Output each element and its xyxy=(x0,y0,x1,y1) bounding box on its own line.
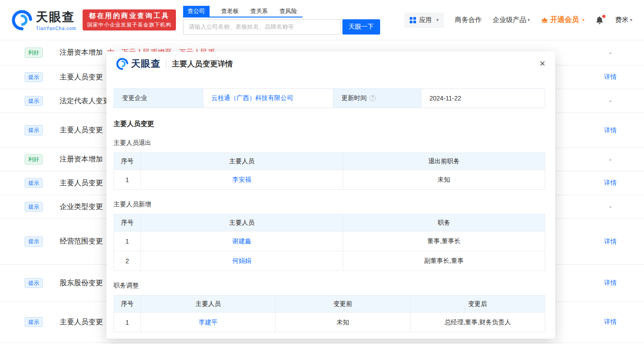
notification-bell-icon[interactable] xyxy=(595,16,604,25)
table-cell: 2 xyxy=(114,251,141,271)
chevron-down-icon: ▾ xyxy=(630,17,632,23)
modal-title: 主要人员变更详情 xyxy=(172,59,233,69)
row-tag: 提示 xyxy=(25,96,43,106)
row-tag: 提示 xyxy=(25,202,43,212)
search-tabs: 查公司查老板查关系查风险 xyxy=(183,6,302,17)
chevron-down-icon: ▾ xyxy=(527,17,530,23)
row-title: 主要人员变更 xyxy=(60,126,103,135)
row-detail-link[interactable]: 详情 xyxy=(577,126,644,135)
column-header: 序号 xyxy=(114,214,141,231)
column-header: 主要人员 xyxy=(141,214,343,231)
nav-open-vip[interactable]: 开通会员 ▾ xyxy=(541,15,585,25)
row-detail-link[interactable]: 详情 xyxy=(577,318,644,326)
search-box: 天眼一下 xyxy=(183,19,380,35)
logo-text: 天眼查 TianYanCha.com xyxy=(36,9,76,31)
site-logo[interactable]: 天眼查 TianYanCha.com xyxy=(12,9,76,31)
search-tab-3[interactable]: 查关系 xyxy=(250,6,268,17)
row-tag: 提示 xyxy=(25,317,43,327)
row-detail-link[interactable]: 详情 xyxy=(577,279,644,287)
column-header: 主要人员 xyxy=(141,153,343,170)
slogan-line-1: 都在用的商业查询工具 xyxy=(87,12,171,20)
table-cell: 副董事长,董事 xyxy=(343,251,545,271)
search-area: 查公司查老板查关系查风险 天眼一下 xyxy=(183,6,380,35)
row-title: 主要人员变更 xyxy=(60,318,103,327)
header-right-nav: 应用 ▾ 商务合作 企业级产品 ▾ 开通会员 ▾ 费米 ▾ xyxy=(404,13,632,28)
row-title: 主要人员变更 xyxy=(60,179,103,188)
tianyancha-logo-icon xyxy=(116,58,128,70)
row-tag: 提示 xyxy=(25,72,43,82)
change-table: 序号主要人员职务1谢建鑫董事,董事长2何娟娟副董事长,董事 xyxy=(114,214,545,271)
search-tab-2[interactable]: 查老板 xyxy=(221,6,239,17)
column-header: 序号 xyxy=(114,296,141,313)
row-action-empty: - xyxy=(577,97,644,105)
user-menu[interactable]: 费米 ▾ xyxy=(615,16,632,24)
personnel-change-modal: 天眼查 主要人员变更详情 × 变更企业 云桂通（广西）科技有限公司 更新时间 ?… xyxy=(106,52,555,339)
row-title: 注册资本增加 xyxy=(60,155,103,164)
person-link[interactable]: 李安福 xyxy=(232,176,251,183)
row-title: 主要人员变更 xyxy=(60,73,103,82)
nav-business-cooperation[interactable]: 商务合作 xyxy=(455,16,482,24)
table-cell: 谢建鑫 xyxy=(141,231,343,251)
subsection-caption: 职务调整 xyxy=(114,282,545,290)
modal-logo: 天眼查 xyxy=(116,57,161,70)
search-input[interactable] xyxy=(183,19,341,35)
person-link[interactable]: 何娟娟 xyxy=(232,257,251,264)
notification-dot xyxy=(602,15,605,18)
logo-name-cn: 天眼查 xyxy=(36,9,76,25)
table-cell: 未知 xyxy=(276,313,410,332)
change-info-grid: 变更企业 云桂通（广西）科技有限公司 更新时间 ? 2024-11-22 xyxy=(114,88,545,108)
modal-body: 变更企业 云桂通（广西）科技有限公司 更新时间 ? 2024-11-22 主要人… xyxy=(106,88,555,332)
table-cell: 李建平 xyxy=(141,313,276,332)
table-cell: 1 xyxy=(114,313,141,332)
row-title: 法定代表人变更 xyxy=(60,96,110,106)
subsection-caption: 主要人员退出 xyxy=(114,139,545,147)
column-header: 职务 xyxy=(343,214,545,231)
row-detail-link[interactable]: 详情 xyxy=(577,179,644,187)
crown-icon xyxy=(541,16,548,24)
search-tab-4[interactable]: 查风险 xyxy=(280,6,297,17)
company-cell: 云桂通（广西）科技有限公司 xyxy=(203,89,333,108)
column-header: 变更后 xyxy=(410,296,545,313)
company-link[interactable]: 云桂通（广西）科技有限公司 xyxy=(211,94,293,102)
row-tag: 提示 xyxy=(25,178,43,188)
table-cell: 未知 xyxy=(343,170,545,190)
chevron-down-icon: ▾ xyxy=(582,17,585,23)
apps-menu-button[interactable]: 应用 ▾ xyxy=(404,13,444,28)
row-tag: 提示 xyxy=(25,125,43,135)
username: 费米 xyxy=(615,16,628,24)
search-button[interactable]: 天眼一下 xyxy=(342,19,380,35)
apps-grid-icon xyxy=(410,17,416,23)
row-detail-link[interactable]: 详情 xyxy=(577,73,644,81)
person-link[interactable]: 谢建鑫 xyxy=(232,237,251,244)
table-cell: 总经理,董事,财务负责人 xyxy=(410,313,545,332)
tianyancha-logo-icon xyxy=(12,10,32,30)
row-action-empty: - xyxy=(577,156,644,163)
table-row: 1李建平未知总经理,董事,财务负责人 xyxy=(114,313,545,332)
table-cell: 董事,董事长 xyxy=(343,231,545,251)
logo-name-en: TianYanCha.com xyxy=(36,26,76,31)
table-cell: 1 xyxy=(114,231,141,251)
close-icon[interactable]: × xyxy=(539,59,545,69)
change-table: 序号主要人员变更前变更后1李建平未知总经理,董事,财务负责人 xyxy=(114,295,545,332)
column-header: 退出前职务 xyxy=(343,153,545,170)
modal-logo-text: 天眼查 xyxy=(131,57,161,70)
person-link[interactable]: 李建平 xyxy=(199,318,218,326)
divider xyxy=(166,59,166,68)
row-detail-link[interactable]: 详情 xyxy=(577,238,644,246)
slogan-banner: 都在用的商业查询工具 国家中小企业发展子基金旗下机构 xyxy=(83,9,176,30)
slogan-line-2: 国家中小企业发展子基金旗下机构 xyxy=(87,22,171,28)
enterprise-label: 企业级产品 xyxy=(492,16,526,24)
nav-enterprise-products[interactable]: 企业级产品 ▾ xyxy=(492,16,530,24)
row-title: 注册资本增加 xyxy=(60,48,103,57)
updated-label: 更新时间 xyxy=(342,94,367,102)
search-tab-1[interactable]: 查公司 xyxy=(183,6,210,17)
vip-label: 开通会员 xyxy=(550,15,579,25)
row-title: 企业类型变更 xyxy=(60,202,103,212)
site-header: 天眼查 TianYanCha.com 都在用的商业查询工具 国家中小企业发展子基… xyxy=(0,0,644,40)
column-header: 变更前 xyxy=(276,296,410,313)
column-header: 序号 xyxy=(114,153,141,170)
row-tag: 利好 xyxy=(25,154,43,164)
updated-value: 2024-11-22 xyxy=(421,89,545,108)
row-tag: 提示 xyxy=(25,278,43,288)
table-cell: 李安福 xyxy=(141,170,343,190)
